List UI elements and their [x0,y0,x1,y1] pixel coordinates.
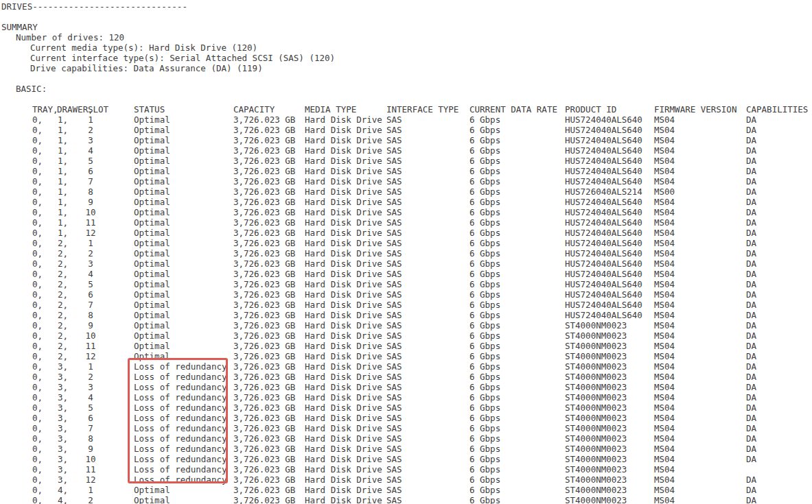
cell-status: Optimal [134,310,170,320]
cell-media-type: Hard Disk Drive [305,495,382,504]
cell-capacity: 3,726.023 GB [233,444,295,454]
cell-media-type: Hard Disk Drive [305,197,382,207]
cell-media-type: Hard Disk Drive [305,125,382,135]
cell-media-type: Hard Disk Drive [305,269,382,279]
cell-media-type: Hard Disk Drive [305,115,382,125]
cell-status: Optimal [134,341,170,351]
cell-capabilities: DA [746,248,756,259]
cell-interface-type: SAS [386,403,402,413]
cell-drawer: 3, [58,392,68,403]
cell-capacity: 3,726.023 GB [233,269,295,279]
drive-row: 0, 2, 3 Optimal 3,726.023 GB Hard Disk D… [1,259,812,269]
cell-current-data-rate: 6 Gbps [469,475,500,485]
cell-current-data-rate: 6 Gbps [469,392,500,403]
cell-slot: 2 [78,372,104,382]
col-header-capacity: CAPACITY [233,104,275,115]
cell-tray: 0, [32,197,43,207]
cell-interface-type: SAS [386,217,402,228]
cell-drawer: 1, [58,176,68,187]
cell-tray: 0, [32,269,43,279]
cell-current-data-rate: 6 Gbps [469,248,500,259]
cell-capabilities: DA [746,351,756,361]
cell-drawer: 1, [58,166,68,176]
cell-capacity: 3,726.023 GB [233,207,295,217]
cell-firmware-version: MS04 [654,115,675,125]
cell-firmware-version: MS04 [654,166,675,176]
cell-drawer: 3, [58,433,68,444]
summary-media-types: Current media type(s): Hard Disk Drive (… [1,43,812,53]
cell-media-type: Hard Disk Drive [305,423,382,433]
cell-interface-type: SAS [386,331,402,341]
cell-tray: 0, [32,331,43,341]
cell-drawer: 2, [58,289,68,300]
cell-firmware-version: MS04 [654,279,675,289]
cell-product-id: HUS724040ALS640 [565,115,642,125]
cell-status: Optimal [134,115,170,125]
cell-drawer: 4, [58,495,68,504]
cell-capacity: 3,726.023 GB [233,423,295,433]
cell-capacity: 3,726.023 GB [233,433,295,444]
cell-drawer: 3, [58,361,68,372]
cell-current-data-rate: 6 Gbps [469,300,500,310]
cell-interface-type: SAS [386,279,402,289]
cell-drawer: 3, [58,475,68,485]
cell-slot: 5 [78,403,104,413]
cell-slot: 11 [78,217,104,228]
drive-row: 0, 3, 2 Loss of redundancy 3,726.023 GB … [1,372,812,382]
cell-tray: 0, [32,156,43,166]
cell-capabilities: DA [746,475,756,485]
cell-product-id: HUS724040ALS640 [565,269,642,279]
cell-current-data-rate: 6 Gbps [469,444,500,454]
cell-drawer: 1, [58,207,68,217]
cell-product-id: ST4000NM0023 [565,423,627,433]
cell-slot: 8 [78,187,104,197]
cell-capabilities: DA [746,495,756,504]
col-header-tray: TRAY, [32,104,58,115]
cell-tray: 0, [32,495,43,504]
cell-interface-type: SAS [386,310,402,320]
cell-capabilities: DA [746,331,756,341]
cell-tray: 0, [32,187,43,197]
cell-slot: 10 [78,454,104,464]
cell-status: Optimal [134,135,170,145]
cell-current-data-rate: 6 Gbps [469,495,500,504]
cell-status: Optimal [134,217,170,228]
cell-capacity: 3,726.023 GB [233,238,295,248]
cell-tray: 0, [32,444,43,454]
cell-capacity: 3,726.023 GB [233,464,295,475]
cell-current-data-rate: 6 Gbps [469,413,500,423]
cell-tray: 0, [32,145,43,156]
cell-capabilities: DA [746,444,756,454]
cell-drawer: 1, [58,228,68,238]
cell-firmware-version: MS04 [654,382,675,392]
cell-product-id: ST4000NM0023 [565,433,627,444]
drive-row: 0, 1, 12 Optimal 3,726.023 GB Hard Disk … [1,228,812,238]
cell-capabilities: DA [746,403,756,413]
drive-row: 0, 2, 1 Optimal 3,726.023 GB Hard Disk D… [1,238,812,248]
cell-product-id: ST4000NM0023 [565,403,627,413]
cell-drawer: 1, [58,145,68,156]
cell-media-type: Hard Disk Drive [305,166,382,176]
cell-drawer: 1, [58,197,68,207]
cell-slot: 10 [78,331,104,341]
col-header-current-data-rate: CURRENT DATA RATE [469,104,557,115]
cell-current-data-rate: 6 Gbps [469,238,500,248]
drive-row: 0, 1, 9 Optimal 3,726.023 GB Hard Disk D… [1,197,812,207]
cell-status: Optimal [134,156,170,166]
cell-firmware-version: MS04 [654,331,675,341]
cell-status: Optimal [134,228,170,238]
cell-media-type: Hard Disk Drive [305,341,382,351]
cell-tray: 0, [32,361,43,372]
drive-row: 0, 3, 10 Loss of redundancy 3,726.023 GB… [1,454,812,464]
cell-firmware-version: MS04 [654,433,675,444]
table-header-row: TRAY, DRAWER, SLOT STATUS CAPACITY MEDIA… [1,104,812,115]
cell-firmware-version: MS04 [654,156,675,166]
cell-capabilities: DA [746,300,756,310]
cell-interface-type: SAS [386,423,402,433]
cell-tray: 0, [32,279,43,289]
cell-tray: 0, [32,248,43,259]
drive-row: 0, 3, 5 Loss of redundancy 3,726.023 GB … [1,403,812,413]
cell-current-data-rate: 6 Gbps [469,279,500,289]
cell-firmware-version: MS04 [654,238,675,248]
cell-product-id: ST4000NM0023 [565,341,627,351]
